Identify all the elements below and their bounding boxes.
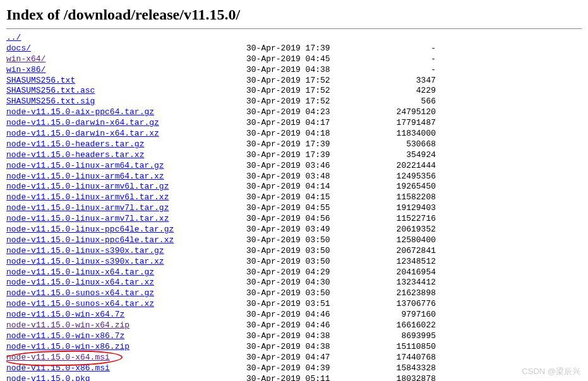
file-name-cell: node-v11.15.0-headers.tar.xz (6, 150, 246, 161)
file-row: SHASUMS256.txt.asc30-Apr-2019 17:524229 (6, 86, 582, 97)
file-name-cell: node-v11.15.0-aix-ppc64.tar.gz (6, 107, 246, 118)
file-link[interactable]: win-x64/ (6, 54, 45, 64)
file-date-cell: 30-Apr-2019 17:52 (246, 76, 373, 86)
file-link[interactable]: node-v11.15.0-linux-arm64.tar.gz (6, 161, 164, 170)
file-date-cell: 30-Apr-2019 17:52 (246, 97, 373, 107)
file-link[interactable]: node-v11.15.0-aix-ppc64.tar.gz (6, 107, 154, 117)
file-link[interactable]: node-v11.15.0-headers.tar.gz (6, 139, 144, 149)
file-link[interactable]: node-v11.15.0-headers.tar.xz (6, 150, 144, 160)
file-link[interactable]: node-v11.15.0-linux-s390x.tar.gz (6, 246, 164, 255)
file-date-cell: 30-Apr-2019 03:50 (246, 246, 373, 257)
file-name-cell: node-v11.15.0-win-x86.zip (6, 342, 246, 353)
file-date-cell: 30-Apr-2019 03:49 (246, 225, 373, 235)
file-link[interactable]: node-v11.15.0.pkg (6, 374, 90, 382)
file-name-cell: node-v11.15.0.pkg (6, 374, 246, 382)
parent-directory-row: ../ (6, 33, 582, 44)
file-size-cell: 16616022 (373, 320, 436, 331)
parent-directory-link[interactable]: ../ (6, 33, 21, 42)
file-link[interactable]: node-v11.15.0-x64.msi (6, 353, 110, 362)
file-name-cell: SHASUMS256.txt (6, 76, 246, 86)
file-date-cell: 30-Apr-2019 04:38 (246, 342, 373, 353)
file-date-cell: 30-Apr-2019 04:46 (246, 320, 373, 331)
file-link[interactable]: node-v11.15.0-win-x64.7z (6, 310, 124, 319)
file-size-cell: 13706776 (373, 299, 436, 310)
file-size-cell: 24795120 (373, 107, 436, 118)
file-date-cell: 30-Apr-2019 04:38 (246, 331, 373, 342)
file-size-cell: 13234412 (373, 278, 436, 288)
file-row: SHASUMS256.txt.sig30-Apr-2019 17:52566 (6, 97, 582, 107)
file-link[interactable]: win-x86/ (6, 65, 45, 74)
file-date-cell: 30-Apr-2019 17:39 (246, 44, 373, 54)
file-size-cell: - (373, 44, 436, 54)
file-link[interactable]: node-v11.15.0-darwin-x64.tar.xz (6, 129, 159, 138)
file-row: node-v11.15.0-win-x86.7z30-Apr-2019 04:3… (6, 331, 582, 342)
file-row: node-v11.15.0-linux-armv7l.tar.gz30-Apr-… (6, 203, 582, 214)
file-name-cell: node-v11.15.0-linux-armv7l.tar.xz (6, 214, 246, 225)
file-size-cell: 12495356 (373, 172, 436, 182)
file-date-cell: 30-Apr-2019 04:55 (246, 203, 373, 214)
file-link[interactable]: node-v11.15.0-linux-ppc64le.tar.xz (6, 235, 174, 245)
file-size-cell: 19129403 (373, 203, 436, 214)
file-row: node-v11.15.0-darwin-x64.tar.xz30-Apr-20… (6, 129, 582, 139)
file-link[interactable]: SHASUMS256.txt (6, 76, 75, 85)
file-size-cell: 12580400 (373, 235, 436, 246)
file-link[interactable]: node-v11.15.0-linux-arm64.tar.xz (6, 172, 164, 181)
file-name-cell: node-v11.15.0-linux-x64.tar.gz (6, 267, 246, 278)
file-link[interactable]: node-v11.15.0-win-x86.zip (6, 342, 129, 351)
file-size-cell: - (373, 65, 436, 76)
file-name-cell: node-v11.15.0-win-x64.7z (6, 310, 246, 320)
file-name-cell: node-v11.15.0-linux-armv7l.tar.gz (6, 203, 246, 214)
file-link[interactable]: node-v11.15.0-x86.msi (6, 363, 110, 373)
file-date-cell: 30-Apr-2019 03:50 (246, 235, 373, 246)
file-link[interactable]: node-v11.15.0-linux-armv7l.tar.xz (6, 214, 169, 223)
file-link[interactable]: node-v11.15.0-linux-x64.tar.xz (6, 278, 154, 287)
file-name-cell: node-v11.15.0-sunos-x64.tar.gz (6, 288, 246, 299)
file-size-cell: 15110850 (373, 342, 436, 353)
file-row: node-v11.15.0-linux-x64.tar.xz30-Apr-201… (6, 278, 582, 288)
file-name-cell: win-x64/ (6, 54, 246, 65)
file-row: win-x86/30-Apr-2019 04:38- (6, 65, 582, 76)
file-size-cell: 15843328 (373, 363, 436, 374)
file-row: node-v11.15.0-win-x64.7z30-Apr-2019 04:4… (6, 310, 582, 320)
file-row: node-v11.15.0-sunos-x64.tar.xz30-Apr-201… (6, 299, 582, 310)
file-name-cell: SHASUMS256.txt.asc (6, 86, 246, 97)
file-size-cell: 8693995 (373, 331, 436, 342)
file-row: node-v11.15.0.pkg30-Apr-2019 05:11180328… (6, 374, 582, 382)
file-link[interactable]: SHASUMS256.txt.asc (6, 86, 95, 95)
file-size-cell: 11834000 (373, 129, 436, 139)
file-row: node-v11.15.0-x64.msi30-Apr-2019 04:4717… (6, 353, 582, 363)
file-link[interactable]: docs/ (6, 44, 31, 53)
file-link[interactable]: node-v11.15.0-linux-ppc64le.tar.gz (6, 225, 174, 234)
file-size-cell: 530668 (373, 139, 436, 150)
file-link[interactable]: SHASUMS256.txt.sig (6, 97, 95, 106)
file-link[interactable]: node-v11.15.0-linux-armv6l.tar.gz (6, 182, 169, 191)
file-date-cell: 30-Apr-2019 04:14 (246, 182, 373, 192)
file-date-cell: 30-Apr-2019 03:51 (246, 299, 373, 310)
file-link[interactable]: node-v11.15.0-sunos-x64.tar.gz (6, 288, 154, 298)
file-name-cell: SHASUMS256.txt.sig (6, 97, 246, 107)
file-date-cell: 30-Apr-2019 04:47 (246, 353, 373, 363)
file-name-cell: node-v11.15.0-linux-armv6l.tar.gz (6, 182, 246, 192)
file-name-cell: node-v11.15.0-linux-armv6l.tar.xz (6, 192, 246, 203)
file-link[interactable]: node-v11.15.0-linux-armv6l.tar.xz (6, 192, 169, 202)
file-name-cell: node-v11.15.0-x64.msi (6, 353, 246, 363)
file-size-cell: 3347 (373, 76, 436, 86)
file-link[interactable]: node-v11.15.0-linux-armv7l.tar.gz (6, 203, 169, 213)
file-size-cell: - (373, 54, 436, 65)
file-date-cell: 30-Apr-2019 03:46 (246, 161, 373, 172)
file-date-cell: 30-Apr-2019 03:48 (246, 172, 373, 182)
file-size-cell: 9797160 (373, 310, 436, 320)
file-size-cell: 20221444 (373, 161, 436, 172)
file-link[interactable]: node-v11.15.0-win-x86.7z (6, 331, 124, 341)
file-row: node-v11.15.0-darwin-x64.tar.gz30-Apr-20… (6, 118, 582, 129)
file-row: win-x64/30-Apr-2019 04:45- (6, 54, 582, 65)
file-link[interactable]: node-v11.15.0-win-x64.zip (6, 320, 129, 330)
file-name-cell: node-v11.15.0-linux-ppc64le.tar.xz (6, 235, 246, 246)
file-link[interactable]: node-v11.15.0-darwin-x64.tar.gz (6, 118, 159, 127)
file-size-cell: 4229 (373, 86, 436, 97)
file-link[interactable]: node-v11.15.0-linux-s390x.tar.xz (6, 257, 164, 266)
file-row: node-v11.15.0-linux-ppc64le.tar.xz30-Apr… (6, 235, 582, 246)
file-link[interactable]: node-v11.15.0-linux-x64.tar.gz (6, 267, 154, 277)
file-name-cell: node-v11.15.0-x86.msi (6, 363, 246, 374)
file-link[interactable]: node-v11.15.0-sunos-x64.tar.xz (6, 299, 154, 308)
